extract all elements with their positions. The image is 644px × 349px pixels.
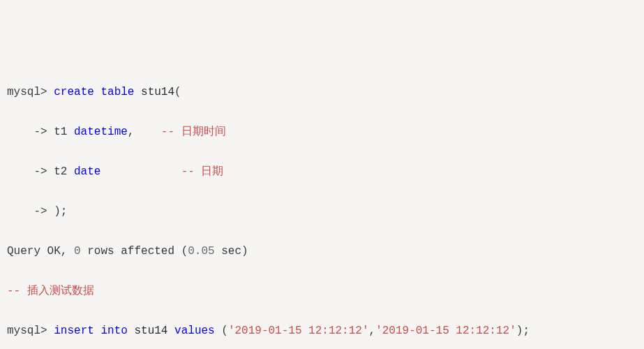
padding bbox=[100, 165, 181, 178]
keyword-insert: insert bbox=[54, 325, 94, 337]
number: 0.05 bbox=[188, 245, 214, 258]
comment: -- 日期 bbox=[181, 165, 224, 178]
comment: -- 插入测试数据 bbox=[7, 285, 94, 297]
comma: , bbox=[369, 325, 376, 337]
table-name: stu14 bbox=[141, 86, 174, 98]
prompt: mysql> bbox=[7, 325, 54, 337]
code-line-4: -> ); bbox=[7, 202, 637, 221]
paren-close: ); bbox=[516, 325, 530, 337]
table-name: stu14 bbox=[134, 325, 167, 337]
comment-line-1: -- 插入测试数据 bbox=[7, 281, 637, 301]
string-literal: '2019-01-15 12:12:12' bbox=[228, 325, 369, 337]
space bbox=[128, 325, 135, 337]
continuation: -> t1 bbox=[7, 126, 74, 138]
string-literal: '2019-01-15 12:12:12' bbox=[375, 325, 516, 337]
number: 0 bbox=[74, 245, 81, 258]
space bbox=[134, 86, 141, 98]
paren-open: ( bbox=[174, 86, 181, 98]
prompt: mysql> bbox=[7, 86, 54, 98]
code-line-5: mysql> insert into stu14 values ('2019-0… bbox=[7, 321, 637, 341]
keyword-into: into bbox=[100, 325, 127, 337]
code-line-3: -> t2 date -- 日期 bbox=[7, 162, 637, 181]
keyword-date: date bbox=[74, 165, 100, 178]
space bbox=[167, 325, 174, 337]
keyword-values: values bbox=[174, 325, 215, 337]
space bbox=[94, 86, 101, 98]
keyword-table: table bbox=[100, 86, 134, 98]
comma: , bbox=[128, 126, 161, 138]
code-line-2: -> t1 datetime, -- 日期时间 bbox=[7, 122, 637, 142]
continuation: -> t2 bbox=[7, 165, 74, 178]
text: Query OK, bbox=[7, 245, 74, 258]
text: sec) bbox=[215, 245, 248, 258]
space bbox=[94, 325, 101, 337]
comment: -- 日期时间 bbox=[161, 126, 226, 138]
keyword-datetime: datetime bbox=[74, 126, 128, 138]
continuation: -> ); bbox=[7, 205, 67, 218]
code-line-1: mysql> create table stu14( bbox=[7, 82, 637, 102]
text: rows affected ( bbox=[81, 245, 188, 258]
paren-open: ( bbox=[215, 325, 228, 337]
keyword-create: create bbox=[54, 86, 94, 98]
result-line-1: Query OK, 0 rows affected (0.05 sec) bbox=[7, 242, 637, 261]
